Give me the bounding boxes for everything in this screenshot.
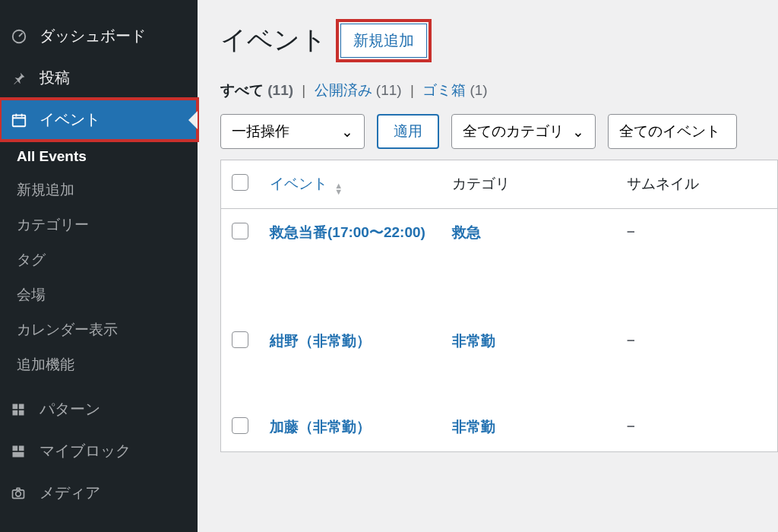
chevron-down-icon: ⌄ [572,123,584,141]
admin-sidebar: ダッシュボード 投稿 イベント All Events 新規追加 カテゴリー タグ… [0,0,198,532]
events-table: イベント ▲▼ カテゴリ サムネイル 救急当番(17:00〜22:00) 救急 … [220,160,778,452]
svg-rect-6 [13,445,18,451]
select-all-checkbox[interactable] [232,174,248,191]
table-row: 救急当番(17:00〜22:00) 救急 – [221,209,778,258]
table-row [221,257,778,318]
submenu-item-all-events[interactable]: All Events [0,141,198,173]
column-header-thumbnail: サムネイル [616,160,778,209]
status-all[interactable]: すべて (11) [220,82,293,98]
sort-icon: ▲▼ [334,182,343,195]
column-header-category: カテゴリ [441,160,616,209]
thumbnail-empty: – [627,417,635,433]
sidebar-item-label: マイブロック [40,441,131,461]
bulk-action-select[interactable]: 一括操作 ⌄ [220,114,365,149]
event-title-link[interactable]: 紺野（非常勤） [270,333,371,349]
event-category-link[interactable]: 救急 [452,224,481,240]
list-filters: 一括操作 ⌄ 適用 全てのカテゴリ ⌄ 全てのイベント [220,114,778,149]
sidebar-item-label: ダッシュボード [40,26,146,46]
svg-rect-4 [13,410,18,415]
main-content: イベント 新規追加 すべて (11) | 公開済み (11) | ゴミ箱 (1)… [198,0,778,532]
svg-rect-7 [19,445,24,451]
row-checkbox[interactable] [232,223,248,239]
thumbnail-empty: – [627,331,635,347]
svg-rect-5 [19,410,24,415]
row-checkbox[interactable] [232,417,248,434]
sidebar-item-dashboard[interactable]: ダッシュボード [0,15,198,57]
status-trash[interactable]: ゴミ箱 (1) [422,82,488,98]
sidebar-item-events[interactable]: イベント [0,99,198,141]
sidebar-item-patterns[interactable]: パターン [0,388,198,430]
event-title-link[interactable]: 加藤（非常勤） [270,419,371,435]
table-row [221,366,778,404]
status-published[interactable]: 公開済み (11) [315,82,402,98]
event-title-link[interactable]: 救急当番(17:00〜22:00) [270,224,425,240]
event-category-link[interactable]: 非常勤 [452,419,495,435]
category-filter-select[interactable]: 全てのカテゴリ ⌄ [451,114,596,149]
svg-rect-1 [13,115,26,126]
submenu-item-categories[interactable]: カテゴリー [0,207,198,242]
sidebar-item-label: イベント [40,109,100,130]
submenu-item-add-new[interactable]: 新規追加 [0,173,198,207]
svg-rect-2 [13,404,18,409]
sidebar-item-label: パターン [40,399,100,420]
chevron-down-icon: ⌄ [341,123,353,141]
thumbnail-empty: – [627,223,635,239]
dashboard-icon [11,28,32,45]
blocks-icon [11,444,32,459]
add-new-button[interactable]: 新規追加 [340,24,427,58]
row-checkbox[interactable] [232,331,248,348]
sidebar-item-label: 投稿 [40,68,70,88]
sidebar-item-posts[interactable]: 投稿 [0,57,198,99]
column-header-title[interactable]: イベント ▲▼ [259,160,441,209]
table-row: 加藤（非常勤） 非常勤 – [221,404,778,452]
event-filter-select[interactable]: 全てのイベント [608,114,737,149]
pin-icon [11,70,32,87]
svg-rect-8 [13,451,24,457]
sidebar-item-media[interactable]: メディア [0,472,198,514]
apply-button[interactable]: 適用 [377,114,439,149]
calendar-icon [11,112,32,128]
camera-icon [11,486,32,501]
svg-point-10 [16,491,21,496]
submenu-item-additional-features[interactable]: 追加機能 [0,347,198,382]
table-row: 紺野（非常勤） 非常勤 – [221,318,778,366]
submenu-item-venues[interactable]: 会場 [0,277,198,312]
sidebar-item-myblocks[interactable]: マイブロック [0,430,198,472]
submenu-item-calendar-view[interactable]: カレンダー表示 [0,312,198,347]
page-title: イベント [220,23,327,58]
event-category-link[interactable]: 非常勤 [452,333,495,349]
grid-icon [11,402,32,417]
events-submenu: All Events 新規追加 カテゴリー タグ 会場 カレンダー表示 追加機能 [0,141,198,382]
svg-rect-3 [19,404,24,409]
page-header: イベント 新規追加 [220,23,778,58]
submenu-item-tags[interactable]: タグ [0,242,198,277]
sidebar-item-label: メディア [40,483,100,503]
status-filter-links: すべて (11) | 公開済み (11) | ゴミ箱 (1) [220,81,778,100]
